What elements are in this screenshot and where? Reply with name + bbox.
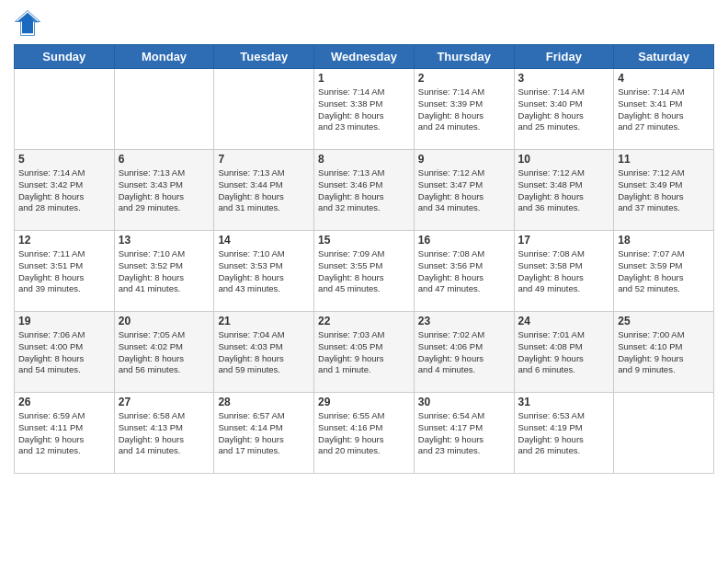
day-number: 7 [218,153,310,166]
day-number: 6 [119,153,210,166]
day-number: 28 [218,396,310,408]
page: SundayMondayTuesdayWednesdayThursdayFrid… [0,0,728,563]
day-info: Sunrise: 7:10 AM Sunset: 3:53 PM Dayligh… [218,248,310,295]
logo [14,9,45,37]
day-info: Sunrise: 6:59 AM Sunset: 4:11 PM Dayligh… [18,410,110,457]
day-info: Sunrise: 6:54 AM Sunset: 4:17 PM Dayligh… [418,410,510,457]
calendar-cell: 25Sunrise: 7:00 AM Sunset: 4:10 PM Dayli… [614,312,714,393]
calendar-cell: 27Sunrise: 6:58 AM Sunset: 4:13 PM Dayli… [114,393,214,474]
day-info: Sunrise: 7:13 AM Sunset: 3:43 PM Dayligh… [119,167,210,214]
day-number: 20 [119,315,210,327]
day-info: Sunrise: 7:13 AM Sunset: 3:44 PM Dayligh… [218,167,310,214]
day-number: 18 [618,234,710,247]
day-info: Sunrise: 7:14 AM Sunset: 3:38 PM Dayligh… [318,86,410,133]
day-number: 23 [418,315,510,327]
calendar-cell: 12Sunrise: 7:11 AM Sunset: 3:51 PM Dayli… [15,231,115,312]
day-info: Sunrise: 7:02 AM Sunset: 4:06 PM Dayligh… [418,329,510,376]
calendar-cell [114,69,214,150]
day-number: 26 [18,396,110,408]
day-info: Sunrise: 7:10 AM Sunset: 3:52 PM Dayligh… [119,248,210,295]
day-info: Sunrise: 7:00 AM Sunset: 4:10 PM Dayligh… [618,329,710,376]
day-number: 27 [119,396,210,408]
day-number: 2 [418,72,510,85]
weekday-header-friday: Friday [514,45,614,69]
day-info: Sunrise: 6:55 AM Sunset: 4:16 PM Dayligh… [318,410,410,457]
calendar-cell: 17Sunrise: 7:08 AM Sunset: 3:58 PM Dayli… [514,231,614,312]
weekday-header-row: SundayMondayTuesdayWednesdayThursdayFrid… [15,45,714,69]
calendar-cell: 16Sunrise: 7:08 AM Sunset: 3:56 PM Dayli… [414,231,514,312]
calendar-cell: 23Sunrise: 7:02 AM Sunset: 4:06 PM Dayli… [414,312,514,393]
day-info: Sunrise: 7:14 AM Sunset: 3:42 PM Dayligh… [18,167,110,214]
day-info: Sunrise: 7:13 AM Sunset: 3:46 PM Dayligh… [318,167,410,214]
day-info: Sunrise: 7:08 AM Sunset: 3:58 PM Dayligh… [518,248,610,295]
day-info: Sunrise: 7:06 AM Sunset: 4:00 PM Dayligh… [18,329,110,376]
calendar-cell: 19Sunrise: 7:06 AM Sunset: 4:00 PM Dayli… [15,312,115,393]
day-number: 29 [318,396,410,408]
day-info: Sunrise: 7:08 AM Sunset: 3:56 PM Dayligh… [418,248,510,295]
calendar-cell: 29Sunrise: 6:55 AM Sunset: 4:16 PM Dayli… [314,393,415,474]
day-number: 10 [518,153,610,166]
day-number: 19 [18,315,110,327]
day-info: Sunrise: 7:03 AM Sunset: 4:05 PM Dayligh… [318,329,410,376]
day-info: Sunrise: 7:14 AM Sunset: 3:40 PM Dayligh… [518,86,610,133]
calendar-cell: 4Sunrise: 7:14 AM Sunset: 3:41 PM Daylig… [614,69,714,150]
calendar-cell: 13Sunrise: 7:10 AM Sunset: 3:52 PM Dayli… [114,231,214,312]
calendar-cell: 15Sunrise: 7:09 AM Sunset: 3:55 PM Dayli… [314,231,415,312]
day-number: 5 [18,153,110,166]
day-info: Sunrise: 7:14 AM Sunset: 3:39 PM Dayligh… [418,86,510,133]
day-info: Sunrise: 6:58 AM Sunset: 4:13 PM Dayligh… [119,410,210,457]
day-info: Sunrise: 7:05 AM Sunset: 4:02 PM Dayligh… [119,329,210,376]
day-number: 30 [418,396,510,408]
day-number: 22 [318,315,410,327]
day-info: Sunrise: 7:12 AM Sunset: 3:48 PM Dayligh… [518,167,610,214]
calendar-cell: 5Sunrise: 7:14 AM Sunset: 3:42 PM Daylig… [15,150,115,231]
weekday-header-wednesday: Wednesday [314,45,415,69]
calendar-cell: 31Sunrise: 6:53 AM Sunset: 4:19 PM Dayli… [514,393,614,474]
calendar-cell: 1Sunrise: 7:14 AM Sunset: 3:38 PM Daylig… [314,69,415,150]
day-info: Sunrise: 7:12 AM Sunset: 3:47 PM Dayligh… [418,167,510,214]
day-info: Sunrise: 7:07 AM Sunset: 3:59 PM Dayligh… [618,248,710,295]
header [14,9,714,37]
calendar-cell: 24Sunrise: 7:01 AM Sunset: 4:08 PM Dayli… [514,312,614,393]
day-info: Sunrise: 6:53 AM Sunset: 4:19 PM Dayligh… [518,410,610,457]
day-number: 8 [318,153,410,166]
day-info: Sunrise: 7:09 AM Sunset: 3:55 PM Dayligh… [318,248,410,295]
calendar-week-row: 1Sunrise: 7:14 AM Sunset: 3:38 PM Daylig… [15,69,714,150]
calendar-cell: 10Sunrise: 7:12 AM Sunset: 3:48 PM Dayli… [514,150,614,231]
weekday-header-thursday: Thursday [414,45,514,69]
calendar-cell: 3Sunrise: 7:14 AM Sunset: 3:40 PM Daylig… [514,69,614,150]
calendar-cell: 6Sunrise: 7:13 AM Sunset: 3:43 PM Daylig… [114,150,214,231]
weekday-header-tuesday: Tuesday [214,45,314,69]
day-number: 4 [618,72,710,85]
calendar-cell: 18Sunrise: 7:07 AM Sunset: 3:59 PM Dayli… [614,231,714,312]
day-number: 12 [18,234,110,247]
weekday-header-sunday: Sunday [15,45,115,69]
calendar-cell [614,393,714,474]
day-number: 13 [119,234,210,247]
day-info: Sunrise: 6:57 AM Sunset: 4:14 PM Dayligh… [218,410,310,457]
calendar-cell: 11Sunrise: 7:12 AM Sunset: 3:49 PM Dayli… [614,150,714,231]
day-number: 9 [418,153,510,166]
day-number: 15 [318,234,410,247]
calendar-cell: 21Sunrise: 7:04 AM Sunset: 4:03 PM Dayli… [214,312,314,393]
day-number: 21 [218,315,310,327]
day-number: 17 [518,234,610,247]
calendar-cell: 14Sunrise: 7:10 AM Sunset: 3:53 PM Dayli… [214,231,314,312]
calendar-cell: 22Sunrise: 7:03 AM Sunset: 4:05 PM Dayli… [314,312,415,393]
calendar-cell: 28Sunrise: 6:57 AM Sunset: 4:14 PM Dayli… [214,393,314,474]
day-number: 25 [618,315,710,327]
day-number: 24 [518,315,610,327]
calendar-cell: 7Sunrise: 7:13 AM Sunset: 3:44 PM Daylig… [214,150,314,231]
calendar-cell: 20Sunrise: 7:05 AM Sunset: 4:02 PM Dayli… [114,312,214,393]
calendar-cell [214,69,314,150]
day-number: 1 [318,72,410,85]
calendar-cell: 2Sunrise: 7:14 AM Sunset: 3:39 PM Daylig… [414,69,514,150]
day-info: Sunrise: 7:11 AM Sunset: 3:51 PM Dayligh… [18,248,110,295]
day-info: Sunrise: 7:04 AM Sunset: 4:03 PM Dayligh… [218,329,310,376]
day-number: 31 [518,396,610,408]
calendar-week-row: 5Sunrise: 7:14 AM Sunset: 3:42 PM Daylig… [15,150,714,231]
calendar-cell: 26Sunrise: 6:59 AM Sunset: 4:11 PM Dayli… [15,393,115,474]
calendar-cell: 9Sunrise: 7:12 AM Sunset: 3:47 PM Daylig… [414,150,514,231]
calendar-table: SundayMondayTuesdayWednesdayThursdayFrid… [14,44,714,474]
day-number: 11 [618,153,710,166]
